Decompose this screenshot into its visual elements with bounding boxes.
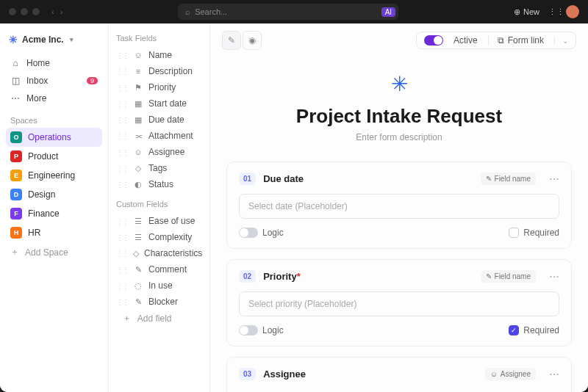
sidebar-space-finance[interactable]: FFinance: [6, 204, 102, 223]
nav-more[interactable]: ⋯More: [6, 90, 102, 107]
drag-handle-icon[interactable]: ⋮⋮: [116, 217, 128, 225]
field-assignee[interactable]: ⋮⋮☺Assignee: [115, 144, 204, 160]
sidebar-space-engineering[interactable]: EEngineering: [6, 166, 102, 185]
card-menu[interactable]: ⋯: [549, 271, 559, 283]
card-menu[interactable]: ⋯: [549, 369, 559, 380]
required-checkbox[interactable]: ✓: [509, 325, 519, 335]
sidebar-space-hr[interactable]: HHR: [6, 223, 102, 242]
field-status[interactable]: ⋮⋮◐Status: [115, 176, 204, 192]
attach-icon: ⫘: [133, 131, 143, 140]
form-title[interactable]: Project Intake Request: [296, 105, 502, 128]
form-field-card[interactable]: 03Assignee☺Assignee⋯: [226, 357, 572, 392]
back-icon[interactable]: ‹: [51, 7, 54, 16]
drag-handle-icon[interactable]: ⋮⋮: [116, 100, 128, 108]
new-button[interactable]: ⊕New: [514, 7, 539, 17]
link-icon: ⧉: [498, 35, 504, 46]
main-panel: ✎ ◉ Active ⧉Form link ⌄ ✳ Project Intake…: [210, 23, 588, 392]
space-badge: O: [10, 131, 22, 143]
tag-icon: ◇: [133, 249, 139, 258]
logic-label: Logic: [262, 228, 284, 238]
field-complexity[interactable]: ⋮⋮☰Complexity: [115, 229, 204, 245]
status-icon: ◐: [133, 180, 143, 189]
form-field-card[interactable]: 01Due date✎Field name⋯Select date (Place…: [226, 161, 572, 249]
required-label: Required: [523, 325, 559, 335]
field-blocker[interactable]: ⋮⋮✎Blocker: [115, 294, 204, 310]
drag-handle-icon[interactable]: ⋮⋮: [116, 181, 128, 189]
preview-tool[interactable]: ◉: [243, 31, 262, 50]
drag-handle-icon[interactable]: ⋮⋮: [116, 164, 128, 173]
min-dot[interactable]: [21, 8, 28, 15]
eye-icon: ◉: [248, 35, 256, 46]
field-priority[interactable]: ⋮⋮⚑Priority: [115, 79, 204, 95]
field-placeholder-input[interactable]: Select date (Placeholder): [239, 194, 559, 219]
date-icon: ▦: [133, 115, 143, 125]
spaces-heading: Spaces: [6, 107, 102, 128]
drag-handle-icon[interactable]: ⋮⋮: [116, 51, 128, 59]
required-checkbox[interactable]: [509, 228, 519, 238]
logic-toggle[interactable]: [239, 325, 258, 335]
nav-home[interactable]: ⌂Home: [6, 54, 102, 72]
logic-label: Logic: [262, 325, 284, 335]
field-comment[interactable]: ⋮⋮✎Comment: [115, 261, 204, 277]
search-input[interactable]: ⌕ Search... AI: [178, 4, 398, 20]
more-icon: ⋯: [10, 93, 21, 104]
workspace-switcher[interactable]: ✳ Acme Inc. ▾: [6, 31, 102, 48]
drag-handle-icon[interactable]: ⋮⋮: [116, 250, 128, 258]
field-name-chip[interactable]: ✎Field name: [481, 173, 536, 185]
nav-inbox[interactable]: ◫Inbox9: [6, 72, 102, 90]
space-badge: D: [10, 189, 22, 200]
search-placeholder: Search...: [195, 7, 227, 16]
drag-handle-icon[interactable]: ⋮⋮: [116, 233, 128, 242]
pencil-icon: ✎: [228, 35, 235, 46]
logic-toggle[interactable]: [239, 228, 258, 238]
field-in-use[interactable]: ⋮⋮◌In use: [115, 277, 204, 294]
close-dot[interactable]: [9, 8, 16, 15]
add-field-button[interactable]: ＋Add field: [115, 310, 204, 327]
drag-handle-icon[interactable]: ⋮⋮: [116, 266, 128, 274]
active-toggle[interactable]: [424, 35, 443, 46]
forward-icon[interactable]: ›: [60, 7, 63, 16]
avatar[interactable]: [566, 5, 579, 18]
field-attachment[interactable]: ⋮⋮⫘Attachment: [115, 128, 204, 144]
field-name-chip[interactable]: ☺Assignee: [485, 368, 536, 380]
field-due-date[interactable]: ⋮⋮▦Due date: [115, 112, 204, 128]
apps-grid-icon[interactable]: ⋮⋮⋮: [548, 7, 557, 16]
edit-icon: ✎: [486, 175, 492, 183]
drag-handle-icon[interactable]: ⋮⋮: [116, 148, 128, 156]
max-dot[interactable]: [32, 8, 40, 15]
drag-handle-icon[interactable]: ⋮⋮: [116, 298, 128, 306]
field-name-chip[interactable]: ✎Field name: [481, 270, 536, 283]
edit-tool[interactable]: ✎: [222, 31, 241, 50]
user-icon: ☺: [133, 51, 143, 59]
sidebar-space-product[interactable]: PProduct: [6, 147, 102, 166]
sidebar-space-operations[interactable]: OOperations: [6, 128, 102, 147]
form-description[interactable]: Enter form description: [356, 132, 442, 142]
add-space-button[interactable]: ＋Add Space: [6, 242, 102, 262]
field-name[interactable]: ⋮⋮☺Name: [115, 47, 204, 63]
field-start-date[interactable]: ⋮⋮▦Start date: [115, 95, 204, 112]
field-description[interactable]: ⋮⋮≡Description: [115, 63, 204, 79]
drag-handle-icon[interactable]: ⋮⋮: [116, 84, 128, 92]
ai-badge[interactable]: AI: [381, 7, 395, 17]
drag-handle-icon[interactable]: ⋮⋮: [116, 68, 128, 76]
sidebar-space-design[interactable]: DDesign: [6, 185, 102, 204]
chevron-down-icon: ▾: [70, 36, 74, 43]
desc-icon: ≡: [133, 67, 143, 76]
field-characteristics[interactable]: ⋮⋮◇Characteristics: [115, 245, 204, 261]
plus-icon: ＋: [10, 246, 19, 258]
form-field-card[interactable]: 02Priority*✎Field name⋯Select priority (…: [226, 259, 572, 346]
field-tags[interactable]: ⋮⋮◇Tags: [115, 160, 204, 176]
field-placeholder-input[interactable]: Select priority (Placeholder): [239, 291, 559, 316]
space-badge: E: [10, 170, 22, 181]
card-menu[interactable]: ⋯: [549, 173, 559, 185]
plus-icon: ＋: [122, 313, 132, 324]
field-ease-of-use[interactable]: ⋮⋮☰Ease of use: [115, 213, 204, 229]
toggle-icon: ◌: [133, 281, 143, 291]
drag-handle-icon[interactable]: ⋮⋮: [116, 116, 128, 124]
form-link-button[interactable]: ⧉Form link: [488, 35, 544, 46]
text-icon: ✎: [133, 297, 143, 307]
form-link-menu[interactable]: ⌄: [554, 37, 568, 45]
card-title: Assignee: [263, 369, 306, 380]
drag-handle-icon[interactable]: ⋮⋮: [116, 282, 128, 290]
drag-handle-icon[interactable]: ⋮⋮: [116, 132, 128, 140]
